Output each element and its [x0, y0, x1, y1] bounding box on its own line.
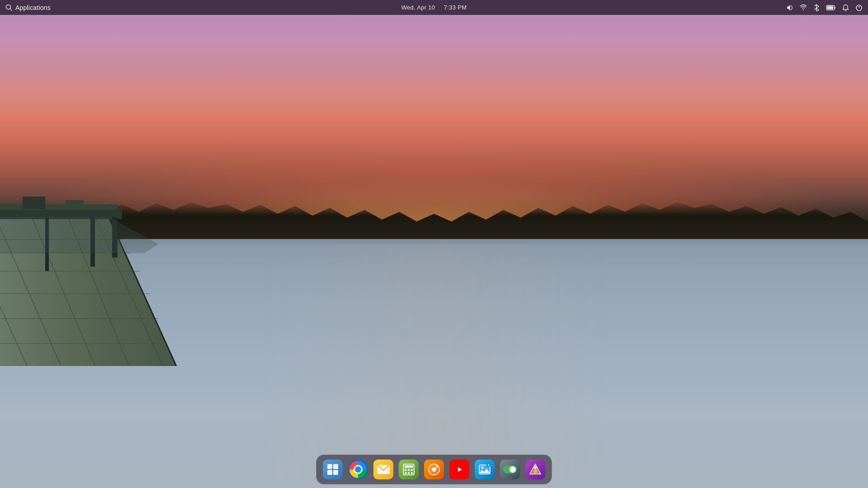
svg-rect-50	[411, 472, 413, 474]
pier	[0, 72, 249, 366]
dock-item-youtube[interactable]	[448, 458, 471, 481]
svg-rect-23	[23, 197, 45, 209]
date-display: Wed, Apr 10 7:33 PM	[401, 4, 467, 11]
notification-icon[interactable]	[842, 4, 849, 11]
svg-rect-44	[405, 465, 413, 468]
bluetooth-icon[interactable]	[813, 4, 820, 11]
topbar-right	[786, 4, 863, 11]
svg-rect-49	[408, 472, 410, 474]
dock-item-photos[interactable]	[473, 458, 496, 481]
svg-rect-48	[405, 472, 406, 474]
dock	[316, 455, 552, 484]
desktop: Applications Wed, Apr 10 7:33 PM	[0, 0, 868, 488]
dock-item-store[interactable]	[524, 458, 547, 481]
svg-rect-38	[327, 464, 332, 469]
svg-point-52	[432, 467, 436, 472]
svg-rect-37	[835, 7, 835, 9]
svg-rect-24	[66, 200, 84, 208]
dock-item-calculator[interactable]	[397, 458, 420, 481]
search-icon[interactable]	[5, 4, 13, 11]
wifi-icon[interactable]	[800, 4, 807, 11]
svg-line-34	[10, 9, 12, 10]
topbar-center: Wed, Apr 10 7:33 PM	[401, 4, 467, 11]
svg-point-62	[509, 466, 516, 473]
svg-rect-22	[0, 204, 118, 210]
svg-rect-63	[533, 469, 537, 473]
topbar-left: Applications	[5, 4, 51, 11]
svg-marker-32	[0, 217, 158, 253]
svg-rect-47	[411, 469, 413, 471]
dock-item-browser[interactable]	[346, 458, 370, 481]
svg-rect-40	[327, 470, 332, 475]
dock-item-mosaic[interactable]	[321, 458, 344, 481]
app-menu-label[interactable]: Applications	[15, 4, 51, 11]
power-icon[interactable]	[855, 4, 863, 11]
svg-point-56	[481, 467, 484, 469]
svg-rect-46	[408, 469, 410, 471]
svg-rect-41	[333, 470, 338, 475]
topbar: Applications Wed, Apr 10 7:33 PM	[0, 0, 868, 15]
dock-item-settings[interactable]	[498, 458, 522, 481]
svg-rect-36	[827, 6, 834, 9]
dock-item-mail[interactable]	[372, 458, 395, 481]
battery-icon[interactable]	[826, 5, 836, 11]
svg-rect-45	[405, 469, 406, 471]
volume-icon[interactable]	[786, 4, 793, 11]
svg-point-64	[534, 466, 537, 469]
svg-rect-39	[333, 464, 338, 469]
dock-item-music[interactable]	[422, 458, 446, 481]
